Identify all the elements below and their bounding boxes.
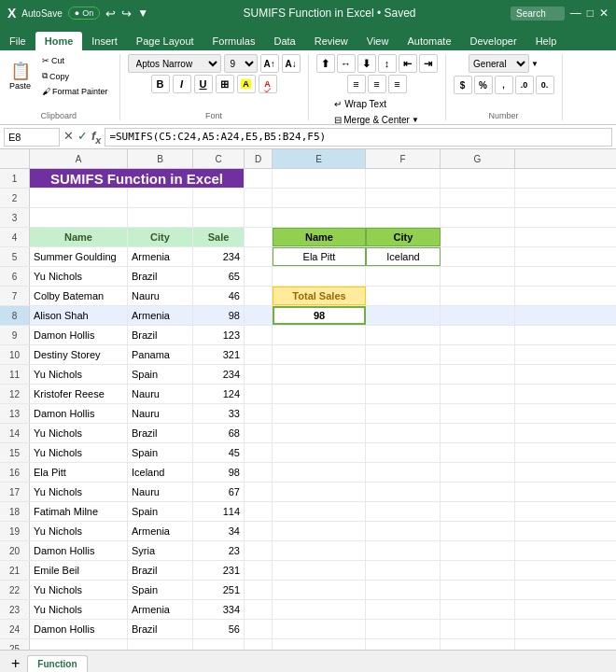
cell-9a[interactable]: Damon Hollis: [30, 326, 128, 344]
align-middle-button[interactable]: ↔: [337, 54, 356, 73]
title-cell[interactable]: SUMIFS Function in Excel: [30, 169, 245, 188]
comma-button[interactable]: ,: [495, 76, 513, 94]
cell-13a[interactable]: Damon Hollis: [30, 404, 128, 423]
cell-15c[interactable]: 45: [193, 443, 245, 462]
cell-11b[interactable]: Spain: [128, 365, 193, 384]
cell-7f[interactable]: [366, 287, 441, 305]
cell-16c[interactable]: 98: [193, 463, 245, 482]
paste-button[interactable]: 📋 Paste: [6, 61, 35, 92]
tab-home[interactable]: Home: [35, 32, 83, 50]
cell-7g[interactable]: [441, 287, 515, 305]
cell-19d[interactable]: [245, 522, 273, 540]
tab-automate[interactable]: Automate: [398, 32, 460, 50]
redo-button[interactable]: ↪: [121, 7, 132, 21]
tab-help[interactable]: Help: [526, 32, 567, 50]
total-sales-label-cell[interactable]: Total Sales: [273, 287, 366, 305]
cell-17f[interactable]: [366, 483, 441, 501]
cell-2c[interactable]: [193, 189, 245, 207]
cell-11f[interactable]: [366, 365, 441, 384]
cell-6b[interactable]: Brazil: [128, 267, 193, 286]
cell-12g[interactable]: [441, 385, 515, 403]
cell-16g[interactable]: [441, 463, 515, 482]
increase-font-button[interactable]: A↑: [260, 54, 279, 73]
cell-2e[interactable]: [273, 189, 366, 207]
col-header-b[interactable]: B: [128, 149, 193, 168]
cell-12d[interactable]: [245, 385, 273, 403]
font-color-button[interactable]: A: [259, 75, 277, 93]
cell-21c[interactable]: 231: [193, 561, 245, 580]
cell-7c[interactable]: 46: [193, 287, 245, 305]
tab-review[interactable]: Review: [305, 32, 357, 50]
cell-18a[interactable]: Fatimah Milne: [30, 502, 128, 521]
cell-19e[interactable]: [273, 522, 366, 540]
cancel-formula-icon[interactable]: ✕: [63, 129, 74, 146]
cell-8f[interactable]: [366, 306, 441, 325]
cell-9c[interactable]: 123: [193, 326, 245, 344]
cell-2g[interactable]: [441, 189, 515, 207]
cell-21e[interactable]: [273, 561, 366, 580]
cell-15d[interactable]: [245, 443, 273, 462]
align-left-button[interactable]: ≡: [347, 75, 366, 93]
cell-13g[interactable]: [441, 404, 515, 423]
undo-button[interactable]: ↩: [105, 7, 116, 21]
cell-5g[interactable]: [441, 247, 515, 266]
cell-23c[interactable]: 334: [193, 600, 245, 619]
cell-10g[interactable]: [441, 345, 515, 364]
cell-24b[interactable]: Brazil: [128, 620, 193, 638]
cell-21a[interactable]: Emile Beil: [30, 561, 128, 580]
cell-23e[interactable]: [273, 600, 366, 619]
cell-1g[interactable]: [441, 169, 515, 188]
cell-14d[interactable]: [245, 424, 273, 442]
cell-3e[interactable]: [273, 208, 366, 227]
cell-24g[interactable]: [441, 620, 515, 638]
minimize-button[interactable]: —: [570, 7, 581, 20]
underline-button[interactable]: U: [194, 75, 213, 93]
cell-24d[interactable]: [245, 620, 273, 638]
cell-18b[interactable]: Spain: [128, 502, 193, 521]
cell-10a[interactable]: Destiny Storey: [30, 345, 128, 364]
cell-4g[interactable]: [441, 228, 515, 246]
borders-button[interactable]: ⊞: [216, 75, 234, 93]
cell-5b[interactable]: Armenia: [128, 247, 193, 266]
cell-5e[interactable]: Ela Pitt: [273, 247, 366, 266]
cell-22d[interactable]: [245, 581, 273, 599]
cell-3g[interactable]: [441, 208, 515, 227]
cell-5c[interactable]: 234: [193, 247, 245, 266]
tab-view[interactable]: View: [357, 32, 399, 50]
cell-13f[interactable]: [366, 404, 441, 423]
cell-15b[interactable]: Spain: [128, 443, 193, 462]
cell-19g[interactable]: [441, 522, 515, 540]
cell-6c[interactable]: 65: [193, 267, 245, 286]
cell-21b[interactable]: Brazil: [128, 561, 193, 580]
cell-5d[interactable]: [245, 247, 273, 266]
cell-17g[interactable]: [441, 483, 515, 501]
cell-22g[interactable]: [441, 581, 515, 599]
cell-9d[interactable]: [245, 326, 273, 344]
cell-10b[interactable]: Panama: [128, 345, 193, 364]
header-name-cell[interactable]: Name: [30, 228, 128, 246]
cell-4d[interactable]: [245, 228, 273, 246]
cell-23d[interactable]: [245, 600, 273, 619]
cell-16a[interactable]: Ela Pitt: [30, 463, 128, 482]
cell-11e[interactable]: [273, 365, 366, 384]
cell-19c[interactable]: 34: [193, 522, 245, 540]
cell-24c[interactable]: 56: [193, 620, 245, 638]
cell-11c[interactable]: 234: [193, 365, 245, 384]
cell-3c[interactable]: [193, 208, 245, 227]
cell-7a[interactable]: Colby Bateman: [30, 287, 128, 305]
cell-3a[interactable]: [30, 208, 128, 227]
col-header-g[interactable]: G: [441, 149, 515, 168]
cell-10c[interactable]: 321: [193, 345, 245, 364]
cell-16d[interactable]: [245, 463, 273, 482]
col-header-f[interactable]: F: [366, 149, 441, 168]
decrease-decimal-button[interactable]: 0.: [536, 76, 554, 94]
cell-16b[interactable]: Iceland: [128, 463, 193, 482]
indent-decrease-button[interactable]: ⇤: [399, 54, 417, 73]
cell-19f[interactable]: [366, 522, 441, 540]
cell-22a[interactable]: Yu Nichols: [30, 581, 128, 599]
cell-14a[interactable]: Yu Nichols: [30, 424, 128, 442]
cell-17d[interactable]: [245, 483, 273, 501]
cell-2d[interactable]: [245, 189, 273, 207]
cell-17b[interactable]: Nauru: [128, 483, 193, 501]
cell-7b[interactable]: Nauru: [128, 287, 193, 305]
